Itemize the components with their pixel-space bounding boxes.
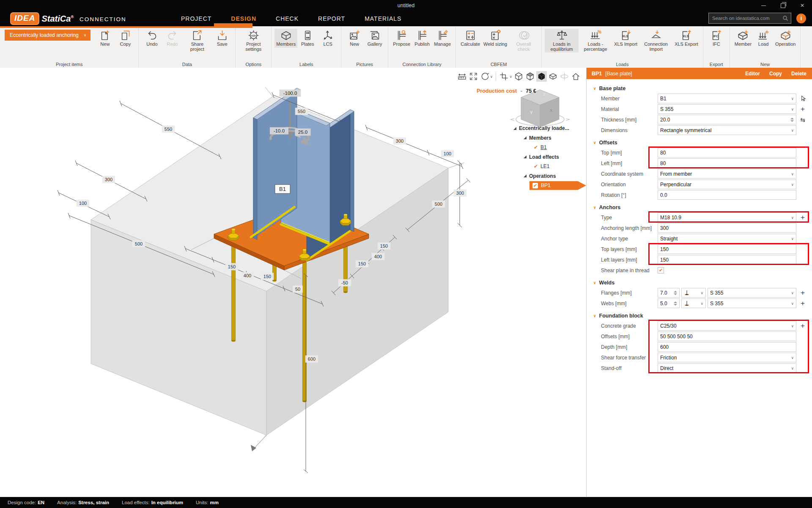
anchoring-length-input[interactable]: 300 (658, 223, 796, 233)
solid-view-button[interactable] (536, 71, 547, 82)
flange-weld-material-select[interactable]: S 355∨ (708, 288, 796, 298)
tree-item-bp1-selected[interactable]: ✔ BP1 (518, 181, 586, 190)
members-label-button[interactable]: Members (274, 29, 297, 48)
close-button[interactable]: ✕ (793, 0, 812, 11)
loads-percentage-button[interactable]: % Loads - percentage (579, 29, 612, 52)
standoff-select[interactable]: Direct∨ (658, 363, 796, 373)
copy-project-item-button[interactable]: Copy (115, 29, 135, 48)
undo-button[interactable]: Undo (142, 29, 162, 48)
add-anchor-type-button[interactable]: + (796, 214, 809, 221)
offset-left-input[interactable]: 80 (658, 158, 796, 168)
tree-item-b1[interactable]: ✔ B1 (518, 143, 586, 152)
transparent-view-button[interactable] (548, 71, 558, 82)
flange-weld-type-select[interactable]: ∨ (681, 288, 706, 298)
rotation-input[interactable]: 0.0 (658, 190, 796, 200)
xls-export-button[interactable]: XLS XLS Export (673, 29, 700, 48)
new-load-button[interactable]: Load (753, 29, 774, 48)
info-icon[interactable]: i (796, 14, 806, 23)
dimensions-select[interactable]: Rectangle symmetrical∨ (658, 125, 796, 135)
section-anchors[interactable]: ∨Anchors (593, 204, 809, 210)
overall-check-button[interactable]: Overall check (509, 29, 538, 52)
measure-button[interactable] (457, 71, 467, 82)
depth-input[interactable]: 600 (658, 342, 796, 352)
weld-sizing-button[interactable]: Weld sizing (482, 29, 509, 48)
anchor-shape-select[interactable]: Straight∨ (658, 234, 796, 243)
new-project-item-button[interactable]: New (95, 29, 115, 48)
add-material-button[interactable]: + (796, 105, 809, 113)
anchor-grade-select[interactable]: M18 10.9∨ (658, 213, 796, 222)
propose-button[interactable]: Propose (391, 29, 412, 48)
share-project-button[interactable]: Share project (182, 29, 212, 52)
xls-import-button[interactable]: XLS XLS Import (612, 29, 639, 48)
manage-button[interactable]: Manage (432, 29, 453, 48)
connection-import-button[interactable]: Connection Import (639, 29, 673, 52)
editor-button[interactable]: Editor (745, 71, 760, 77)
spinner[interactable] (674, 301, 677, 306)
foundation-offsets-input[interactable]: 50 500 500 50 (658, 331, 796, 341)
add-web-weld-material-button[interactable]: + (796, 300, 809, 307)
web-weld-size-input[interactable]: 5.0 (658, 298, 680, 308)
section-base-plate[interactable]: ∨Base plate (593, 86, 809, 91)
section-offsets[interactable]: ∨Offsets (593, 140, 809, 146)
new-operation-button[interactable]: Operation (774, 29, 797, 48)
expander-icon[interactable] (524, 155, 527, 158)
calculate-button[interactable]: Calculate (459, 29, 482, 48)
orientation-select[interactable]: Perpendicular∨ (658, 179, 796, 189)
search-box[interactable] (708, 13, 791, 24)
shear-plane-checkbox[interactable]: ✔ (658, 267, 664, 273)
member-select[interactable]: B1∨ (658, 94, 796, 103)
tree-item-load-effects[interactable]: Load effects (518, 152, 586, 162)
coordinate-system-select[interactable]: From member∨ (658, 169, 796, 179)
member-tag[interactable]: B1 (275, 185, 290, 193)
flange-weld-size-input[interactable]: 7.0 (658, 288, 680, 298)
web-weld-material-select[interactable]: S 355∨ (708, 298, 796, 308)
navigation-cube[interactable]: Y X Z (511, 90, 569, 127)
expander-icon[interactable] (524, 136, 527, 139)
loads-in-equilibrium-button[interactable]: Loads in equilibrium (545, 29, 579, 52)
wireframe-view-button[interactable] (513, 71, 524, 82)
shaded-edges-view-button[interactable] (525, 71, 535, 82)
new-member-button[interactable]: Member (733, 29, 753, 48)
thickness-input[interactable]: 20.0 (658, 115, 796, 124)
concrete-grade-select[interactable]: C25/30∨ (658, 321, 796, 331)
spinner[interactable] (790, 118, 794, 122)
rotate-view-button[interactable] (480, 71, 490, 82)
section-foundation-block[interactable]: ∨Foundation block (593, 313, 809, 319)
section-options-chevron[interactable]: ∨ (509, 75, 512, 79)
lcs-label-button[interactable]: LCS (318, 29, 338, 48)
checkbox-checked-icon[interactable]: ✔ (532, 183, 538, 188)
tree-item-le1[interactable]: ✔ LE1 (518, 162, 586, 171)
add-flange-weld-material-button[interactable]: + (796, 289, 809, 296)
copy-operation-button[interactable]: Copy (769, 71, 782, 77)
top-layers-input[interactable]: 150 (658, 244, 796, 254)
tab-check[interactable]: CHECK (266, 11, 308, 26)
tree-item-members[interactable]: Members (518, 133, 586, 143)
pick-member-button[interactable] (796, 95, 809, 102)
checked-icon[interactable]: ✔ (534, 144, 538, 150)
search-input[interactable] (711, 15, 782, 21)
left-layers-input[interactable]: 150 (658, 255, 796, 265)
expander-icon[interactable] (513, 127, 516, 130)
gallery-button[interactable]: Gallery (365, 29, 385, 48)
plates-label-button[interactable]: Plates (297, 29, 318, 48)
new-picture-button[interactable]: New (344, 29, 365, 48)
delete-operation-button[interactable]: Delete (791, 71, 807, 77)
section-welds[interactable]: ∨Welds (593, 280, 809, 286)
restore-button[interactable] (773, 0, 793, 11)
tree-item-project[interactable]: Eccentrically loade... (513, 124, 586, 133)
publish-button[interactable]: Publish (412, 29, 432, 48)
material-select[interactable]: S 355∨ (658, 104, 796, 114)
home-view-button[interactable] (571, 71, 581, 82)
web-weld-type-select[interactable]: ∨ (681, 298, 706, 308)
project-item-dropdown[interactable]: Eccentrically loaded anchoring ∨ (5, 30, 91, 41)
project-settings-button[interactable]: </> Project settings (239, 29, 268, 52)
expander-icon[interactable] (524, 174, 527, 177)
zoom-fit-button[interactable] (468, 71, 479, 82)
redo-button[interactable]: Redo (162, 29, 182, 48)
minimize-button[interactable] (754, 0, 773, 11)
bp1-selected-banner[interactable]: ✔ BP1 (529, 181, 586, 190)
spinner[interactable] (674, 291, 677, 295)
offset-top-input[interactable]: 80 (658, 148, 796, 157)
add-concrete-grade-button[interactable]: + (796, 322, 809, 329)
rotate-options-chevron[interactable]: ∨ (490, 75, 493, 79)
